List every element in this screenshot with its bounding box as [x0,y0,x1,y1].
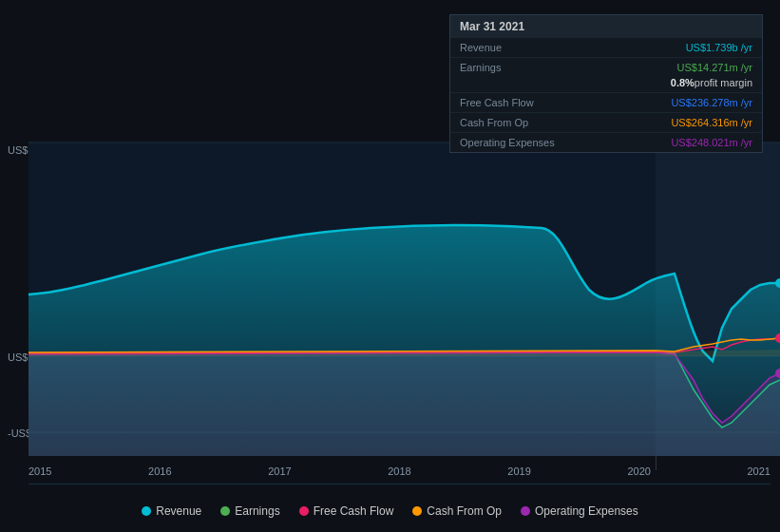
legend-cashfromop[interactable]: Cash From Op [412,504,502,518]
earnings-label: Earnings [460,62,574,73]
legend-revenue[interactable]: Revenue [142,504,201,518]
revenue-dot [142,506,151,516]
tooltip-box: Mar 31 2021 Revenue US$1.739b /yr Earnin… [449,14,763,153]
tooltip-earnings-row: Earnings US$14.271m /yr [450,58,762,77]
cashfromop-dot [412,506,422,516]
legend-earnings[interactable]: Earnings [220,504,279,518]
revenue-legend-label: Revenue [156,504,201,518]
profit-margin-value: 0.8% [671,77,694,88]
legend: Revenue Earnings Free Cash Flow Cash Fro… [0,504,780,518]
fcf-value: US$236.278m /yr [574,97,752,108]
profit-margin-row: 0.8% profit margin [450,77,762,93]
main-chart [29,142,780,456]
opex-label: Operating Expenses [460,137,574,148]
earnings-legend-label: Earnings [235,504,279,518]
revenue-label: Revenue [460,42,574,53]
revenue-value: US$1.739b /yr [574,42,752,53]
earnings-value: US$14.271m /yr [574,62,752,73]
x-label-2021: 2021 [747,466,770,477]
chart-container: Mar 31 2021 Revenue US$1.739b /yr Earnin… [0,0,780,532]
legend-fcf[interactable]: Free Cash Flow [299,504,394,518]
x-axis: 2015 2016 2017 2018 2019 2020 2021 [29,466,770,477]
fcf-legend-label: Free Cash Flow [314,504,394,518]
x-label-2020: 2020 [627,466,650,477]
tooltip-opex-row: Operating Expenses US$248.021m /yr [450,133,762,152]
earnings-dot [220,506,230,516]
x-label-2016: 2016 [148,466,171,477]
cashfromop-legend-label: Cash From Op [427,504,502,518]
legend-separator [29,484,770,484]
x-label-2015: 2015 [29,466,51,477]
opex-dot [521,506,530,516]
fcf-label: Free Cash Flow [460,97,574,108]
x-label-2018: 2018 [388,466,410,477]
tooltip-date: Mar 31 2021 [450,15,762,38]
x-label-2017: 2017 [268,466,291,477]
cashfromop-value: US$264.316m /yr [574,117,752,128]
x-label-2019: 2019 [507,466,530,477]
tooltip-revenue-row: Revenue US$1.739b /yr [450,38,762,58]
profit-margin-text: profit margin [694,77,752,88]
tooltip-fcf-row: Free Cash Flow US$236.278m /yr [450,93,762,113]
opex-value: US$248.021m /yr [574,137,752,148]
cashfromop-label: Cash From Op [460,117,574,128]
legend-opex[interactable]: Operating Expenses [521,504,638,518]
opex-legend-label: Operating Expenses [535,504,638,518]
tooltip-cashfromop-row: Cash From Op US$264.316m /yr [450,113,762,133]
fcf-dot [299,506,309,516]
